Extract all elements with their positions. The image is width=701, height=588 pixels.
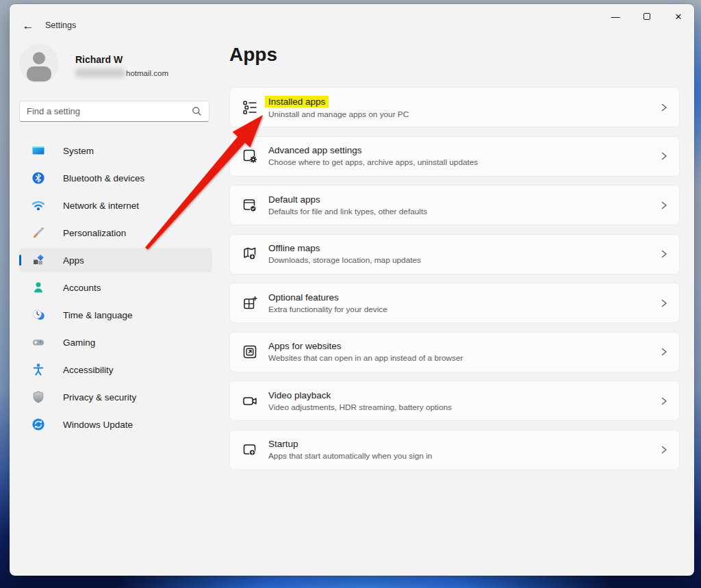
card-startup[interactable]: Startup Apps that start automatically wh… [229,430,680,470]
apps-for-websites-icon [242,344,258,360]
optional-features-icon [242,295,258,311]
bluetooth-icon [31,171,45,185]
card-title: Apps for websites [268,341,342,351]
system-icon [31,144,45,157]
email-redacted-blur [75,68,125,77]
card-title: Startup [268,439,298,449]
card-title: Default apps [268,194,320,205]
user-profile[interactable]: Richard W hotmail.com [19,44,225,88]
apps-icon [31,253,45,267]
sidebar-item-label: Time & language [63,310,133,320]
card-subtitle: Apps that start automatically when you s… [268,451,432,461]
sidebar-item-label: Privacy & security [63,392,136,402]
chevron-right-icon [660,298,668,308]
sidebar-item-label: Accessibility [63,365,114,375]
email-domain: hotmail.com [126,69,168,77]
card-default-apps[interactable]: Default apps Defaults for file and link … [229,185,680,225]
sidebar-item-accessibility[interactable]: Accessibility [19,357,212,382]
gaming-icon [31,335,45,349]
profile-email: hotmail.com [75,68,168,77]
card-subtitle: Websites that can open in an app instead… [268,353,463,363]
sidebar-item-time-language[interactable]: Time & language [19,303,212,327]
sidebar-item-label: Windows Update [63,420,133,430]
chevron-right-icon [660,396,668,406]
sidebar-item-network-internet[interactable]: Network & internet [19,193,212,218]
card-title: Installed apps [265,96,329,107]
card-title: Offline maps [268,243,320,253]
sidebar-item-apps[interactable]: Apps [19,248,212,272]
card-offline-maps[interactable]: Offline maps Downloads, storage location… [229,234,680,274]
card-title: Optional features [268,292,339,303]
offline-maps-icon [242,246,258,262]
card-subtitle: Uninstall and manage apps on your PC [268,110,409,119]
default-apps-icon [242,197,258,214]
chevron-right-icon [660,201,668,210]
sidebar-item-label: Apps [63,255,84,266]
card-optional-features[interactable]: Optional features Extra functionality fo… [229,283,680,323]
chevron-right-icon [660,103,668,112]
card-advanced-app-settings[interactable]: Advanced app settings Choose where to ge… [229,136,680,177]
card-title: Advanced app settings [268,145,362,155]
sidebar-item-accounts[interactable]: Accounts [19,275,212,300]
sidebar-item-label: Bluetooth & devices [63,173,144,183]
chevron-right-icon [660,445,668,455]
search-icon [192,106,202,116]
sidebar-nav: System Bluetooth & devices Network & int… [19,138,212,439]
startup-icon [242,442,258,458]
privacy-security-icon [31,390,45,404]
desktop-wallpaper: ← Settings — ✕ Richard W hotmail.com [0,0,701,588]
chevron-right-icon [660,347,668,357]
sidebar-item-bluetooth-devices[interactable]: Bluetooth & devices [19,166,212,190]
close-button[interactable]: ✕ [663,4,694,29]
time-language-icon [31,308,45,322]
avatar [19,44,59,84]
installed-apps-icon [242,99,258,116]
search-input[interactable] [27,106,192,116]
profile-name: Richard W [75,54,123,65]
minimize-button[interactable]: — [600,4,631,29]
window-title: Settings [45,21,76,30]
sidebar-item-label: System [63,146,94,156]
title-bar: ← Settings — ✕ [10,4,694,34]
settings-window: ← Settings — ✕ Richard W hotmail.com [10,4,694,576]
accessibility-icon [31,363,45,376]
card-subtitle: Extra functionality for your device [268,305,387,314]
caption-buttons: — ✕ [600,4,694,29]
video-playback-icon [242,393,258,409]
sidebar-item-label: Gaming [63,337,95,348]
card-subtitle: Downloads, storage location, map updates [268,255,421,265]
card-subtitle: Defaults for file and link types, other … [268,207,427,216]
personalization-icon [31,226,45,240]
card-title: Video playback [268,390,331,400]
sidebar-item-windows-update[interactable]: Windows Update [19,412,212,437]
chevron-right-icon [660,249,668,259]
settings-cards: Installed apps Uninstall and manage apps… [229,87,680,470]
sidebar-item-label: Network & internet [63,201,139,211]
page-title: Apps [229,44,277,66]
search-box [19,101,209,122]
sidebar-item-personalization[interactable]: Personalization [19,220,212,245]
back-button[interactable]: ← [16,16,40,34]
sidebar-item-gaming[interactable]: Gaming [19,330,212,355]
network-icon [31,199,45,212]
maximize-button[interactable] [631,4,663,29]
sidebar-item-label: Personalization [63,228,126,238]
advanced-app-settings-icon [242,148,258,164]
card-apps-for-websites[interactable]: Apps for websites Websites that can open… [229,332,680,372]
card-installed-apps[interactable]: Installed apps Uninstall and manage apps… [229,87,680,127]
sidebar-item-system[interactable]: System [19,138,212,163]
sidebar-item-privacy-security[interactable]: Privacy & security [19,385,212,409]
card-video-playback[interactable]: Video playback Video adjustments, HDR st… [229,381,680,421]
card-subtitle: Choose where to get apps, archive apps, … [268,157,478,167]
windows-update-icon [31,418,45,431]
accounts-icon [31,281,45,294]
card-subtitle: Video adjustments, HDR streaming, batter… [268,402,452,412]
sidebar-item-label: Accounts [63,283,101,293]
chevron-right-icon [660,151,668,161]
maximize-icon [643,13,650,20]
